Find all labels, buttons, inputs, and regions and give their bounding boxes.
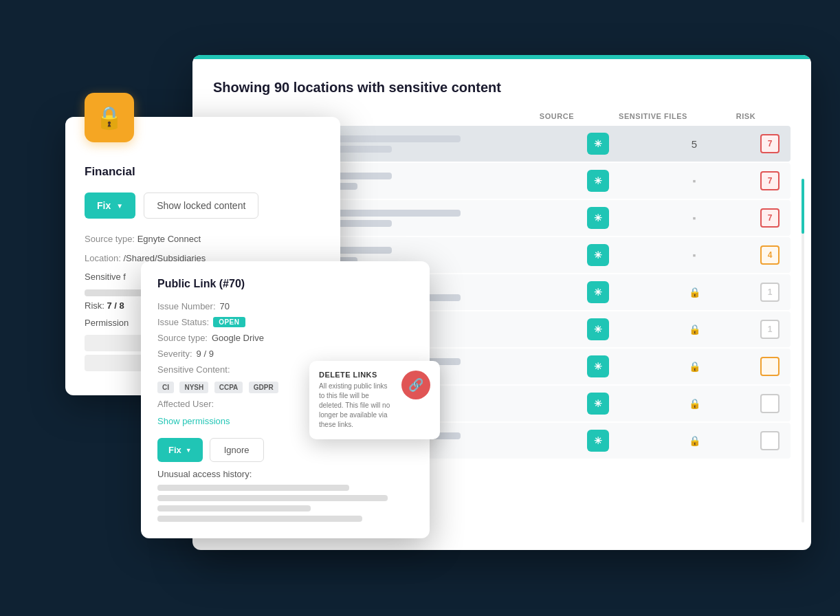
tag-ci: CI [157,382,174,393]
ignore-label: Ignore [224,445,250,455]
row-risk-badge: 1 [756,283,784,302]
lock-icon: 🔒 [689,398,700,409]
source-icon: ✳ [587,355,609,377]
delete-tooltip-description: All existing public links to this file w… [319,382,395,430]
risk-badge-red: 7 [760,208,780,228]
delete-tooltip-title: DELETE LINKS [319,371,395,379]
lock-icon: ▪ [693,175,696,186]
row-sensitive-lock: ▪ [660,250,729,261]
row-source: ✳ [577,244,619,266]
scrollbar-thumb[interactable] [802,179,804,234]
source-type-value: Egnyte Connect [137,234,201,244]
lock-icon: 🔒 [689,287,700,298]
tag-gdpr: GDPR [249,382,278,393]
permissions-label: Permission [85,318,129,328]
risk-badge-empty [760,431,780,450]
delete-tooltip: DELETE LINKS All existing public links t… [309,361,440,439]
detail-actions: Fix ▼ Ignore [157,438,413,462]
source-type-label: Source type: [157,333,208,343]
col-header-sensitive: SENSITIVE FILES [619,112,687,120]
risk-badge-empty [760,394,780,413]
source-icon: ✳ [587,281,609,303]
row-sensitive-lock: 🔒 [660,287,729,298]
delete-tooltip-text: DELETE LINKS All existing public links t… [319,371,395,430]
lock-icon: 🔒 [689,435,700,446]
lock-icon: 🔒 [96,104,123,131]
row-source: ✳ [577,355,619,377]
status-badge: OPEN [213,317,245,327]
access-bars [157,485,413,522]
row-risk-badge: 4 [756,245,784,265]
risk-badge-orange: 4 [760,245,780,265]
row-sensitive-lock: 🔒 [660,324,729,335]
row-risk-badge: 1 [756,320,784,339]
row-risk-badge [756,431,784,450]
issue-number-row: Issue Number: 70 [157,301,413,311]
row-risk-badge: 7 [756,171,784,190]
row-sensitive-lock: 🔒 [660,361,729,372]
scrollbar-track[interactable] [802,179,804,522]
severity-label: Severity: [157,349,192,359]
show-locked-label: Show locked content [157,200,245,211]
lock-icon: ▪ [693,250,696,261]
source-icon: ✳ [587,207,609,229]
risk-badge-empty: 1 [760,283,780,302]
row-risk-badge: 7 [756,134,784,153]
row-sensitive-lock: ▪ [660,175,729,186]
issue-status-label: Issue Status: [157,317,209,327]
show-locked-button[interactable]: Show locked content [144,192,258,219]
row-risk-badge [756,357,784,376]
source-type-label: Source type: [85,234,135,244]
row-sensitive-lock: 🔒 [660,435,729,446]
source-type-row: Source type: Egnyte Connect [85,232,321,246]
lock-badge: 🔒 [85,93,134,142]
dropdown-arrow-icon: ▼ [116,202,123,210]
severity-row: Severity: 9 / 9 [157,349,413,359]
row-source: ✳ [577,133,619,155]
row-sensitive-lock: ▪ [660,212,729,223]
ignore-button[interactable]: Ignore [210,438,264,462]
access-bar [157,516,362,522]
risk-value: 7 / 8 [107,300,124,311]
col-header-risk: RISK [729,112,763,120]
risk-label: Risk: [85,300,104,311]
tag-nysh: NYSH [179,382,208,393]
access-bar [157,495,388,501]
source-icon: ✳ [587,244,609,266]
sensitive-content-label: Sensitive Content: [157,364,230,375]
financial-title: Financial [85,165,321,179]
sensitive-files-label: Sensitive f [85,272,126,282]
issue-status-row: Issue Status: OPEN [157,317,413,327]
show-permissions-link[interactable]: Show permissions [157,416,230,426]
row-source: ✳ [577,430,619,452]
risk-badge-red: 7 [760,171,780,190]
fix-button[interactable]: Fix ▼ [85,192,135,219]
issue-number-label: Issue Number: [157,301,216,311]
row-source: ✳ [577,170,619,192]
fix-detail-button[interactable]: Fix ▼ [157,438,203,462]
severity-value: 9 / 9 [197,349,214,359]
risk-badge-empty: 1 [760,320,780,339]
fix-detail-label: Fix [168,445,181,455]
lock-icon: 🔒 [689,361,700,372]
location-label: Location: [85,253,121,263]
dropdown-arrow-icon: ▼ [186,447,192,454]
tag-ccpa: CCPA [214,382,243,393]
row-source: ✳ [577,318,619,340]
source-icon: ✳ [587,393,609,415]
risk-badge-red: 7 [760,134,780,153]
fix-label: Fix [97,200,111,211]
lock-icon: ▪ [693,212,696,223]
row-source: ✳ [577,207,619,229]
action-buttons: Fix ▼ Show locked content [85,192,321,219]
delete-icon[interactable]: 🔗 [401,371,430,399]
source-type-value: Google Drive [212,333,264,343]
lock-icon: 🔒 [689,324,700,335]
row-source: ✳ [577,281,619,303]
row-sensitive-count: 5 [660,138,729,150]
affected-user-label: Affected User: [157,399,214,409]
col-header-source: SOURCE [536,112,577,120]
row-risk-badge [756,394,784,413]
panel-title: Showing 90 locations with sensitive cont… [213,80,791,96]
source-icon: ✳ [587,170,609,192]
